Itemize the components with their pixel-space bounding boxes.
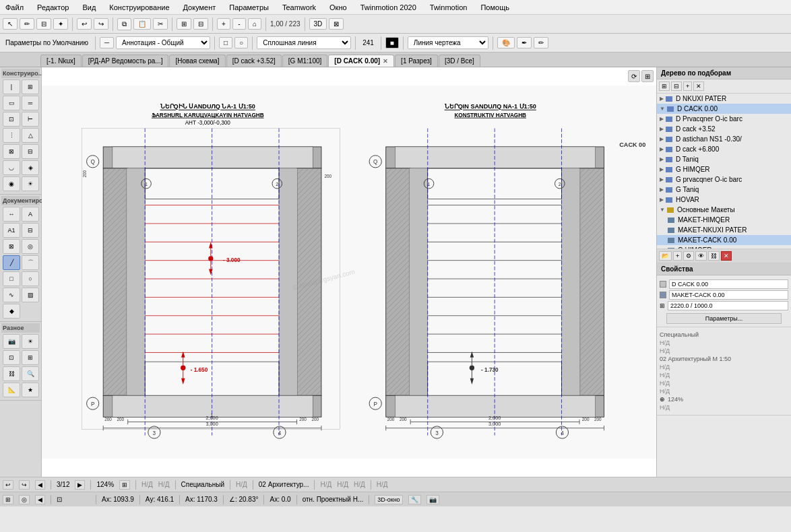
panel-btn-settings[interactable]: ⚙ (683, 251, 694, 261)
tool-dimension[interactable]: ↔ (3, 207, 20, 222)
annotation-dropdown[interactable]: Аннотация - Общий (116, 36, 210, 49)
tool-sun[interactable]: ☀ (22, 334, 39, 349)
tree-item-cack68[interactable]: ▶ D cack +6.800 (657, 144, 791, 154)
tb-color-btn[interactable]: ■ (385, 37, 399, 48)
tb-rect-tool-btn[interactable]: □ (219, 37, 232, 48)
menu-construct[interactable]: Конструирование (106, 2, 172, 13)
tree-item-maket-nkuxi[interactable]: MAKET-NKUXI PATER (657, 225, 791, 235)
menu-twinmotion2020[interactable]: Twinmotion 2020 (358, 2, 419, 13)
tb-magic-btn[interactable]: ✦ (53, 18, 68, 30)
tool-figure[interactable]: ◆ (3, 304, 20, 319)
tb-pen2-btn[interactable]: ✏ (534, 37, 548, 48)
tree-item-cack352[interactable]: ▶ D cack +3.52 (657, 124, 791, 134)
tree-item-prvacqner[interactable]: ▶ D Prvacqner O-ic barc (657, 114, 791, 124)
tree-item-g-taniq[interactable]: ▶ G Taniq (657, 185, 791, 195)
tool-wall[interactable]: | (3, 79, 20, 94)
menu-file[interactable]: Файл (3, 2, 26, 13)
tb-pencil-btn[interactable]: ✏ (20, 18, 34, 30)
tool-column[interactable]: ⊞ (22, 79, 39, 94)
tree-btn-1[interactable]: ⊞ (659, 81, 670, 91)
tab-nkux[interactable]: [-1. Nkux] (40, 55, 82, 67)
tree-item-maket-cack[interactable]: MAKET-CACK 0.00 (657, 235, 791, 245)
tool-slab[interactable]: ▭ (3, 96, 20, 110)
tool-grid-tool[interactable]: ⊞ (22, 350, 39, 365)
panel-btn-link[interactable]: ⛓ (708, 251, 720, 261)
tree-item-hovar[interactable]: ▶ HOVAR (657, 195, 791, 205)
sb2-camera-btn[interactable]: 📷 (426, 495, 439, 504)
tb-ungroup-btn[interactable]: ⊟ (193, 18, 208, 30)
tb-eraser-btn[interactable]: ⊟ (36, 18, 51, 30)
tree-btn-4[interactable]: ✕ (693, 81, 704, 91)
tb-redo-btn[interactable]: ↪ (94, 18, 108, 30)
tool-curtain[interactable]: ⊟ (22, 144, 39, 159)
tree-item-maket-himqer[interactable]: MAKET-HIMQER (657, 215, 791, 225)
tool-door[interactable]: ⊢ (22, 112, 39, 127)
tab-cack352[interactable]: [D cack +3.52] (226, 55, 282, 67)
tb-group-btn[interactable]: ⊞ (177, 18, 191, 30)
tool-circle-draw[interactable]: ○ (22, 271, 39, 286)
tb-zoom-in-btn[interactable]: + (217, 18, 230, 30)
tab-dcack[interactable]: [D CACK 0.00] ✕ (328, 55, 394, 67)
tb-paste-btn[interactable]: 📋 (133, 18, 151, 30)
tool-polyline[interactable]: ⌒ (22, 255, 39, 270)
tool-spline[interactable]: ∿ (3, 288, 20, 302)
sb-undo-btn[interactable]: ↩ (3, 480, 13, 490)
tool-detail[interactable]: ◎ (22, 239, 39, 254)
tool-morph[interactable]: ◈ (22, 160, 39, 175)
menu-document[interactable]: Документ (181, 2, 219, 13)
tool-elevation[interactable]: ⊠ (3, 239, 20, 254)
tool-window[interactable]: ⊡ (3, 112, 20, 127)
menu-view[interactable]: Вид (80, 2, 98, 13)
sb2-tool-btn[interactable]: ⊞ (3, 495, 13, 504)
canvas-nav-btn[interactable]: ⟳ (628, 70, 640, 82)
tool-camera[interactable]: 📷 (3, 334, 20, 349)
sb-zoom-btn[interactable]: ⊞ (119, 480, 130, 490)
tree-btn-2[interactable]: ⊟ (671, 81, 682, 91)
tree-item-astichan[interactable]: ▶ D astichan NS1 -0.30/ (657, 134, 791, 144)
tool-lamp[interactable]: ☀ (22, 176, 39, 191)
sb2-snap-btn[interactable]: ◎ (19, 495, 30, 504)
menu-twinmotion[interactable]: Twinmotion (427, 2, 470, 13)
tool-marker[interactable]: ★ (22, 383, 39, 397)
tool-beam[interactable]: ═ (22, 96, 39, 110)
tb-copy-btn[interactable]: ⧉ (117, 18, 131, 30)
tree-btn-3[interactable]: + (683, 81, 692, 91)
tool-object[interactable]: ◉ (3, 176, 20, 191)
tree-item-osnovnye[interactable]: ▼ Основные Макеты (657, 205, 791, 215)
tb-zoom-fit-btn[interactable]: ⌂ (248, 18, 261, 30)
tab-vedomost[interactable]: [РД-АР Ведомость ра...] (82, 55, 169, 67)
menu-window[interactable]: Окно (327, 2, 350, 13)
sb-redo-btn[interactable]: ↪ (19, 480, 30, 490)
menu-help[interactable]: Помощь (478, 2, 512, 13)
canvas-zoom-btn[interactable]: ⊞ (641, 70, 654, 82)
tab-schema[interactable]: [Новая схема] (169, 55, 225, 67)
tool-line-draw[interactable]: ╱ (3, 255, 20, 270)
sb2-3d-btn[interactable]: 3D-окно (375, 495, 402, 504)
linetype-dropdown[interactable]: Сплошная линия (257, 36, 351, 49)
tool-link[interactable]: ⛓ (3, 366, 20, 381)
sb2-nav-btn[interactable]: ◀ (35, 495, 45, 504)
tb-select-btn[interactable]: ↖ (3, 18, 18, 30)
tree-item-himqer[interactable]: ▶ G HIMQER (657, 164, 791, 174)
tab-gm100[interactable]: [G M1:100] (282, 55, 327, 67)
panel-btn-open[interactable]: 📂 (659, 251, 672, 261)
tool-stair[interactable]: ⋮ (3, 128, 20, 143)
tb-zoom-out-btn[interactable]: - (232, 18, 246, 30)
tool-search[interactable]: 🔍 (22, 366, 39, 381)
tb-delete-btn[interactable]: ✂ (153, 18, 168, 30)
tb-layer-color-btn[interactable]: 🎨 (497, 37, 515, 48)
tb-section-btn[interactable]: ⊠ (329, 18, 344, 30)
tool-rect-draw[interactable]: □ (3, 271, 20, 286)
tb-line-style-btn[interactable]: ─ (100, 37, 114, 48)
sb-back-btn[interactable]: ◀ (35, 480, 45, 490)
tb-3d-btn[interactable]: 3D (309, 18, 327, 30)
tool-mesh[interactable]: ⊠ (3, 144, 20, 159)
tool-text[interactable]: A (22, 207, 39, 222)
layer-dropdown[interactable]: Линия чертежа (408, 36, 488, 49)
panel-btn-eye[interactable]: 👁 (695, 251, 707, 261)
panel-btn-new[interactable]: + (673, 251, 682, 261)
tool-zone[interactable]: ⊡ (3, 350, 20, 365)
panel-btn-delete[interactable]: ✕ (721, 251, 732, 261)
tool-roof[interactable]: △ (22, 128, 39, 143)
tree-item-g-prvacqner[interactable]: ▶ G prvacqner O-ic barc (657, 174, 791, 185)
